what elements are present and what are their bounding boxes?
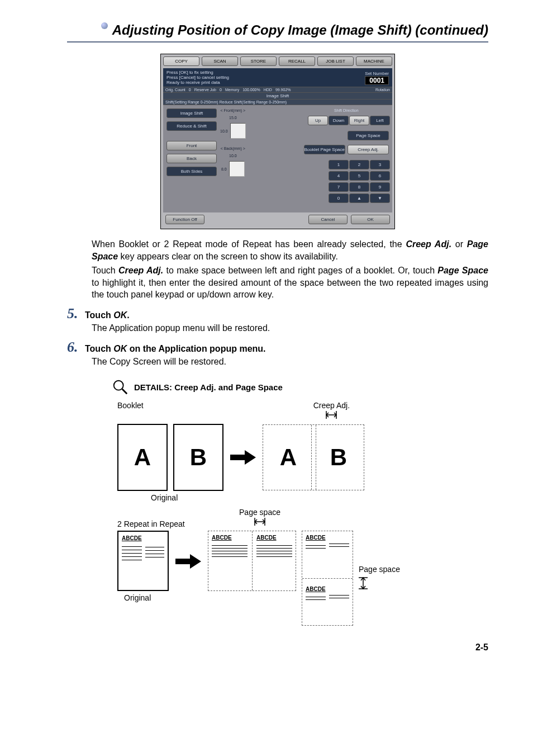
front-button[interactable]: Front (166, 141, 217, 150)
key-7[interactable]: 7 (329, 182, 349, 192)
title-bar: Adjusting Position of Copy Image (Image … (67, 22, 488, 42)
details-title: DETAILS: Creep Adj. and Page Space (134, 382, 283, 392)
key-9[interactable]: 9 (370, 182, 390, 192)
label-page-space: Page space (239, 508, 280, 517)
reserve-value: 0 (220, 88, 222, 92)
image-shift-button[interactable]: Image Shift (166, 108, 217, 118)
repeat-original-box: ABCDE (117, 531, 169, 591)
orig-count-label: Orig. Count (165, 88, 185, 92)
details-heading: DETAILS: Creep Adj. and Page Space (112, 379, 488, 395)
creep-adj-button[interactable]: Creep Adj. (348, 145, 389, 154)
key-1[interactable]: 1 (329, 160, 349, 169)
hdd-label: HDD (264, 88, 272, 92)
key-2[interactable]: 2 (349, 160, 369, 169)
diagram-creep-adj: Booklet Creep Adj. A B A B Original (117, 401, 419, 502)
panel-subheading: Shift(Setting Range 0-250mm) Reduce Shif… (163, 100, 392, 105)
key-5[interactable]: 5 (349, 171, 369, 181)
msg-line-1: Press [OK] to fix setting (166, 70, 229, 75)
term-page-space-2: Page Space (437, 266, 488, 275)
box-b-orig: B (173, 424, 223, 491)
function-off-button[interactable]: Function Off (165, 215, 204, 224)
dir-down-button[interactable]: Down (329, 116, 349, 125)
step-5-number: 5. (67, 305, 85, 322)
both-sides-button[interactable]: Both Sides (166, 167, 217, 176)
bullet-icon (101, 22, 108, 29)
page-space-button[interactable]: Page Space (348, 131, 389, 140)
back-left-value: 8.0 (221, 167, 227, 171)
abcde-tall-1: ABCDE (306, 535, 326, 541)
reduce-shift-button[interactable]: Reduce & Shift (166, 121, 217, 131)
tab-joblist[interactable]: JOB LIST (317, 56, 354, 66)
set-number-value: 0001 (365, 76, 389, 85)
hdd-value: 99.902% (275, 88, 291, 92)
key-3[interactable]: 3 (370, 160, 390, 169)
msg-line-2: Press [Cancel] to cancel setting (166, 75, 229, 80)
reserve-label: Reserve Job (194, 88, 216, 92)
panel-main: Image Shift Reduce & Shift Front Back Bo… (163, 105, 392, 212)
right-col: Shift Direction Up Down Right Left Page … (304, 108, 389, 209)
key-6[interactable]: 6 (370, 171, 390, 181)
panel-bottom: Function Off Cancel OK (163, 212, 392, 226)
shift-direction-label: Shift Direction (304, 108, 389, 112)
repeat-result-wide: ABCDE ABCDE (208, 531, 296, 591)
key-0[interactable]: 0 (329, 193, 349, 203)
cancel-button[interactable]: Cancel (308, 215, 348, 224)
page-title: Adjusting Position of Copy Image (Image … (112, 22, 488, 38)
step-5: 5. Touch OK. (67, 305, 488, 322)
back-top-value: 10.0 (229, 154, 237, 158)
magnifier-icon (112, 379, 129, 395)
arrow-right-icon (229, 449, 257, 466)
page-number: 2-5 (67, 642, 488, 653)
creep-a: A (280, 444, 297, 471)
step-6-body: The Copy Screen will be restored. (92, 356, 488, 368)
ok-button[interactable]: OK (351, 215, 390, 224)
diagram-page-space: 2 Repeat in Repeat Page space ABCDE (117, 508, 453, 626)
dim-arrow-vert-icon (359, 576, 400, 592)
booklet-page-space-button[interactable]: Booklet Page Space (304, 145, 346, 154)
label-2-repeat: 2 Repeat in Repeat (117, 519, 212, 528)
key-4[interactable]: 4 (329, 171, 349, 181)
direction-grid: Up Down Right Left (308, 116, 389, 125)
paragraph-2: Touch Creep Adj. to make space between l… (92, 264, 488, 301)
label-creep-adj: Creep Adj. (313, 401, 350, 410)
dim-arrow-icon (325, 410, 338, 422)
message-bar: Press [OK] to fix setting Press [Cancel]… (163, 68, 392, 87)
repeat-result-tall: ABCDE ABCDE (302, 531, 353, 626)
tab-machine[interactable]: MACHINE (356, 56, 392, 66)
dir-left-button[interactable]: Left (370, 116, 390, 125)
step-6: 6. Touch OK on the Application popup men… (67, 339, 488, 356)
label-original-2: Original (124, 593, 169, 602)
panel-heading: Image Shift (163, 93, 392, 100)
left-col: Image Shift Reduce & Shift Front Back Bo… (166, 108, 217, 209)
back-preview-box (229, 161, 245, 177)
copier-screen: COPY SCAN STORE RECALL JOB LIST MACHINE … (160, 54, 395, 229)
key-up[interactable]: ▲ (349, 193, 369, 203)
dir-up-button[interactable]: Up (308, 116, 328, 125)
dir-right-button[interactable]: Right (349, 116, 369, 125)
front-left-value: 10.0 (220, 129, 228, 133)
numpad: 1 2 3 4 5 6 7 8 9 0 ▲ ▼ (329, 160, 389, 203)
svg-marker-5 (230, 450, 256, 465)
center-col: < Front(mm) > 15.0 10.0 < Back(mm) > 10.… (220, 108, 246, 209)
set-number-label: Set Number (365, 71, 389, 76)
memory-value: 100.000% (242, 88, 260, 92)
back-button[interactable]: Back (166, 154, 217, 163)
front-preview-box (230, 123, 246, 139)
svg-line-1 (122, 389, 127, 394)
tab-copy[interactable]: COPY (163, 56, 199, 66)
dim-arrow-icon-2 (253, 517, 266, 528)
key-down[interactable]: ▼ (370, 193, 390, 203)
tab-store[interactable]: STORE (240, 56, 277, 66)
svg-marker-9 (175, 554, 201, 569)
creep-result-box: A B (263, 424, 364, 490)
label-booklet: Booklet (117, 401, 144, 422)
label-page-space-side: Page space (359, 565, 400, 574)
paragraph-1: When Booklet or 2 Repeat mode of Repeat … (92, 238, 488, 262)
step-5-body: The Application popup menu will be resto… (92, 322, 488, 334)
tab-recall[interactable]: RECALL (279, 56, 315, 66)
label-original-1: Original (151, 493, 419, 502)
key-8[interactable]: 8 (349, 182, 369, 192)
msg-line-3: Ready to receive print data (166, 80, 229, 85)
tab-scan[interactable]: SCAN (202, 56, 238, 66)
arrow-right-icon-2 (174, 553, 202, 570)
